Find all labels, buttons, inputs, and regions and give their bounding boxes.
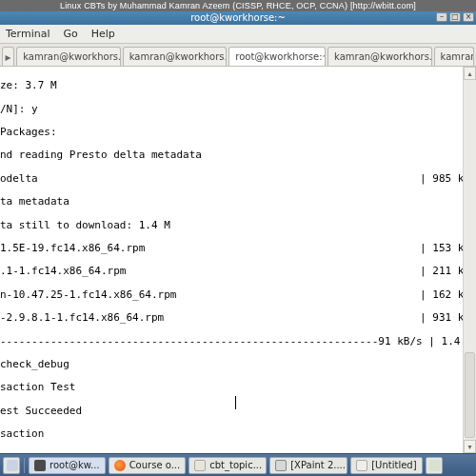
tab-3-label: kamran@kworkhors... — [334, 51, 432, 62]
video-caption: Linux CBTs by Muhammad Kamran Azeem (CIS… — [0, 0, 476, 11]
tab-4[interactable]: kamran — [434, 47, 474, 66]
firefox-icon — [114, 460, 126, 471]
task-xpaint[interactable]: [XPaint 2.... — [269, 457, 347, 474]
vertical-scrollbar[interactable]: ▴ ▾ — [463, 67, 476, 453]
document-icon — [194, 460, 206, 471]
task-gedit[interactable]: [Untitled] — [350, 457, 422, 474]
close-button[interactable]: × — [463, 12, 474, 22]
task-terminal[interactable]: root@kw... — [29, 457, 106, 474]
term-line: nd reading Presto delta metadata — [0, 149, 476, 161]
task-label: cbt_topic... — [209, 460, 262, 470]
menu-bar: Terminal Go Help — [0, 25, 476, 44]
term-line: ta metadata — [0, 196, 476, 208]
tab-0[interactable]: kamran@kworkhors... × — [16, 47, 121, 66]
term-row: -2.9.8.1-1.fc14.x86_64.rpm| 931 kB — [0, 312, 476, 324]
minimize-button[interactable]: – — [436, 12, 447, 22]
window-title-text: root@kworkhorse:~ — [190, 12, 286, 23]
scroll-thumb[interactable] — [465, 352, 475, 438]
text-cursor-icon — [235, 396, 236, 409]
term-line: saction — [0, 428, 476, 440]
scroll-up-button[interactable]: ▴ — [464, 67, 476, 80]
tab-bar: ▸ kamran@kworkhors... × kamran@kworkhors… — [0, 44, 476, 67]
taskbar-separator — [24, 458, 25, 473]
tab-0-label: kamran@kworkhors... — [23, 51, 121, 62]
hide-windows-icon — [7, 460, 18, 471]
new-tab-button[interactable]: ▸ — [2, 47, 14, 66]
task-label: root@kw... — [50, 460, 100, 470]
tab-2-label: root@kworkhorse:~ — [235, 51, 326, 62]
term-line: check_debug — [0, 359, 476, 370]
menu-go[interactable]: Go — [64, 28, 78, 40]
tab-3[interactable]: kamran@kworkhors... × — [327, 47, 432, 66]
term-line: Packages: — [0, 127, 476, 138]
task-label: [Untitled] — [371, 460, 416, 470]
term-row: .1-1.fc14.x86_64.rpm| 211 kB — [0, 266, 476, 277]
term-row: odelta| 985 kB — [0, 173, 476, 185]
task-extra[interactable] — [426, 457, 443, 474]
menu-help[interactable]: Help — [91, 28, 115, 40]
task-launcher[interactable] — [3, 457, 20, 474]
tab-2[interactable]: root@kworkhorse:~ × — [228, 47, 326, 66]
tab-4-label: kamran — [441, 51, 474, 62]
menu-terminal[interactable]: Terminal — [6, 28, 50, 40]
term-row: n-10.47.25-1.fc14.x86_64.rpm| 162 kB — [0, 289, 476, 301]
term-line: /N]: y — [0, 104, 476, 115]
window-titlebar: root@kworkhorse:~ – □ × — [0, 11, 476, 25]
term-line: saction Test — [0, 382, 476, 393]
term-row-summary: ----------------------------------------… — [0, 336, 476, 347]
scroll-down-button[interactable]: ▾ — [464, 440, 476, 453]
terminal-icon — [34, 460, 46, 471]
task-label: [XPaint 2.... — [290, 460, 346, 470]
taskbar: root@kw... Course o... cbt_topic... [XPa… — [0, 453, 476, 476]
xpaint-icon — [275, 460, 287, 471]
term-line: ta still to download: 1.4 M — [0, 220, 476, 231]
term-line: ze: 3.7 M — [0, 80, 476, 91]
gedit-icon — [356, 460, 367, 471]
task-doc-cbt[interactable]: cbt_topic... — [188, 457, 267, 474]
term-row: 1.5E-19.fc14.x86_64.rpm| 153 kB — [0, 243, 476, 254]
task-firefox-course[interactable]: Course o... — [109, 457, 187, 474]
maximize-button[interactable]: □ — [449, 12, 461, 22]
app-icon — [429, 460, 441, 471]
tab-1-label: kamran@kworkhors... — [129, 51, 228, 62]
tab-1[interactable]: kamran@kworkhors... × — [123, 47, 228, 66]
terminal-output[interactable]: ze: 3.7 M /N]: y Packages: nd reading Pr… — [0, 67, 476, 461]
task-label: Course o... — [129, 460, 181, 470]
term-line: est Succeeded — [0, 406, 476, 417]
